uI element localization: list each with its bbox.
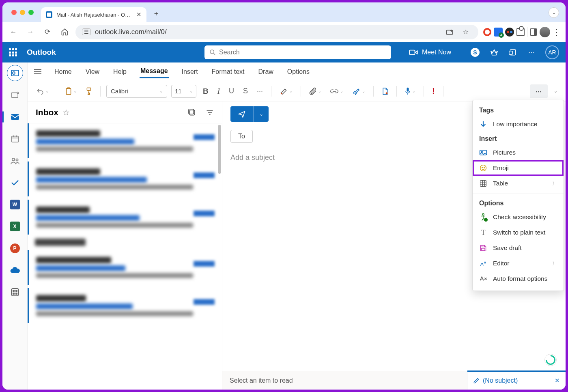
tab-home[interactable]: Home bbox=[54, 66, 73, 78]
menu-editor[interactable]: Editor 〉 bbox=[473, 256, 564, 271]
install-app-icon[interactable] bbox=[443, 26, 456, 38]
side-panel-icon[interactable] bbox=[530, 28, 537, 36]
list-item[interactable] bbox=[28, 162, 222, 196]
dictate-button[interactable]: ⌄ bbox=[402, 85, 418, 98]
tab-insert[interactable]: Insert bbox=[181, 66, 199, 78]
rail-excel-icon[interactable]: X bbox=[7, 218, 23, 235]
tab-help[interactable]: Help bbox=[112, 66, 127, 78]
search-input[interactable]: Search bbox=[204, 45, 391, 59]
list-item[interactable] bbox=[28, 250, 222, 285]
font-family-select[interactable]: Calibri⌄ bbox=[106, 85, 167, 98]
account-avatar[interactable]: AR bbox=[545, 45, 559, 59]
rail-word-icon[interactable]: W bbox=[7, 196, 23, 213]
rail-new-mail-icon[interactable] bbox=[7, 87, 23, 103]
browser-menu-icon[interactable]: ⋮ bbox=[553, 27, 561, 37]
back-button[interactable]: ← bbox=[7, 26, 19, 38]
extensions-icon[interactable] bbox=[516, 28, 525, 36]
send-dropdown[interactable]: ⌄ bbox=[253, 106, 269, 122]
tab-draw[interactable]: Draw bbox=[258, 66, 274, 78]
menu-save-draft[interactable]: Save draft bbox=[473, 240, 564, 256]
forward-button[interactable]: → bbox=[24, 26, 37, 38]
favorite-folder-icon[interactable]: ☆ bbox=[62, 108, 70, 117]
select-mode-icon[interactable] bbox=[188, 108, 197, 116]
site-settings-icon[interactable]: ☰ bbox=[82, 28, 91, 35]
menu-section-tags: Tags bbox=[473, 103, 564, 116]
browser-tab[interactable]: Mail - Atish Rajasekharan - O… ✕ bbox=[41, 7, 146, 22]
draft-tab[interactable]: (No subject) ✕ bbox=[467, 370, 566, 390]
filter-icon[interactable] bbox=[206, 109, 214, 116]
tab-format-text[interactable]: Format text bbox=[211, 66, 245, 78]
clear-format-button[interactable]: ⌄ bbox=[277, 85, 295, 98]
nav-toggle-icon[interactable] bbox=[34, 69, 41, 74]
paste-button[interactable]: ⌄ bbox=[63, 85, 79, 98]
rail-outlook-icon[interactable] bbox=[7, 65, 23, 81]
undo-button[interactable]: ⌄ bbox=[34, 85, 51, 98]
tab-overflow-button[interactable]: ⌄ bbox=[549, 7, 559, 18]
extension-badge-icon[interactable] bbox=[494, 28, 503, 37]
menu-pictures[interactable]: Pictures bbox=[473, 145, 564, 160]
menu-plain-text[interactable]: T Switch to plain text bbox=[473, 225, 564, 240]
list-item[interactable] bbox=[28, 123, 222, 158]
bold-button[interactable]: B bbox=[200, 85, 211, 98]
rail-onedrive-icon[interactable] bbox=[7, 262, 23, 278]
maximize-window[interactable] bbox=[28, 10, 34, 15]
list-item[interactable] bbox=[28, 200, 222, 235]
attach-button[interactable]: ⌄ bbox=[307, 85, 324, 98]
address-bar[interactable]: ☰ outlook.live.com/mail/0/ ☆ bbox=[75, 25, 478, 39]
font-size-select[interactable]: 11⌄ bbox=[171, 85, 196, 98]
menu-autoformat[interactable]: Auto format options bbox=[473, 271, 564, 286]
close-window[interactable] bbox=[11, 10, 17, 15]
tab-view[interactable]: View bbox=[85, 66, 100, 78]
sensitivity-button[interactable] bbox=[379, 85, 391, 98]
tab-title: Mail - Atish Rajasekharan - O… bbox=[56, 12, 130, 18]
scrollbar-thumb[interactable] bbox=[218, 125, 221, 174]
separator bbox=[527, 27, 527, 37]
app-launcher-icon[interactable] bbox=[9, 48, 17, 56]
rail-more-apps-icon[interactable] bbox=[7, 284, 23, 300]
more-formatting-button[interactable]: ⋯ bbox=[254, 85, 265, 98]
signature-button[interactable]: ⌄ bbox=[350, 85, 368, 98]
high-importance-button[interactable]: ! bbox=[430, 85, 437, 98]
grammarly-icon[interactable] bbox=[544, 354, 557, 366]
premium-icon[interactable] bbox=[490, 48, 498, 56]
minimize-window[interactable] bbox=[20, 10, 25, 15]
home-button[interactable] bbox=[58, 26, 71, 38]
list-item[interactable] bbox=[28, 288, 222, 323]
rail-people-icon[interactable] bbox=[7, 153, 23, 169]
rail-mail-icon[interactable] bbox=[7, 109, 23, 125]
underline-button[interactable]: U bbox=[226, 85, 237, 98]
bookmark-icon[interactable]: ☆ bbox=[460, 26, 472, 38]
svg-point-11 bbox=[12, 158, 14, 161]
reload-button[interactable]: ⟳ bbox=[41, 26, 54, 38]
close-tab-icon[interactable]: ✕ bbox=[136, 11, 142, 18]
more-commands-button[interactable]: ⋯ bbox=[530, 84, 548, 98]
strikethrough-button[interactable]: S bbox=[241, 85, 250, 98]
link-button[interactable]: ⌄ bbox=[328, 85, 346, 98]
addin-icon[interactable] bbox=[509, 48, 517, 56]
menu-low-importance[interactable]: Low importance bbox=[473, 116, 564, 132]
to-button[interactable]: To bbox=[230, 130, 253, 143]
rail-calendar-icon[interactable] bbox=[7, 131, 23, 147]
meet-now-button[interactable]: Meet Now bbox=[409, 49, 451, 56]
message-list[interactable] bbox=[28, 123, 222, 390]
send-button[interactable] bbox=[230, 106, 253, 122]
extension-goggles-icon[interactable] bbox=[505, 28, 514, 37]
rail-powerpoint-icon[interactable]: P bbox=[7, 240, 23, 256]
menu-emoji[interactable]: Emoji bbox=[473, 160, 564, 176]
close-draft-icon[interactable]: ✕ bbox=[555, 377, 560, 384]
ribbon-expand-icon[interactable]: ⌄ bbox=[552, 83, 559, 99]
skype-icon[interactable]: S bbox=[471, 48, 480, 57]
profile-avatar[interactable] bbox=[540, 27, 550, 37]
tab-message[interactable]: Message bbox=[140, 65, 169, 78]
menu-table[interactable]: Table 〉 bbox=[473, 176, 564, 191]
rail-todo-icon[interactable] bbox=[7, 174, 23, 191]
format-painter-button[interactable] bbox=[83, 85, 95, 98]
menu-accessibility[interactable]: Check accessibility bbox=[473, 209, 564, 225]
adblock-icon[interactable] bbox=[483, 28, 491, 36]
tab-options[interactable]: Options bbox=[286, 66, 310, 78]
ribbon-toolbar: ⌄ ⌄ Calibri⌄ 11⌄ B I U S ⋯ ⌄ ⌄ ⌄ ⌄ bbox=[28, 81, 566, 101]
new-tab-button[interactable]: + bbox=[151, 8, 162, 19]
more-header-icon[interactable]: ⋯ bbox=[527, 48, 536, 56]
italic-button[interactable]: I bbox=[215, 85, 222, 98]
svg-rect-27 bbox=[482, 245, 485, 247]
